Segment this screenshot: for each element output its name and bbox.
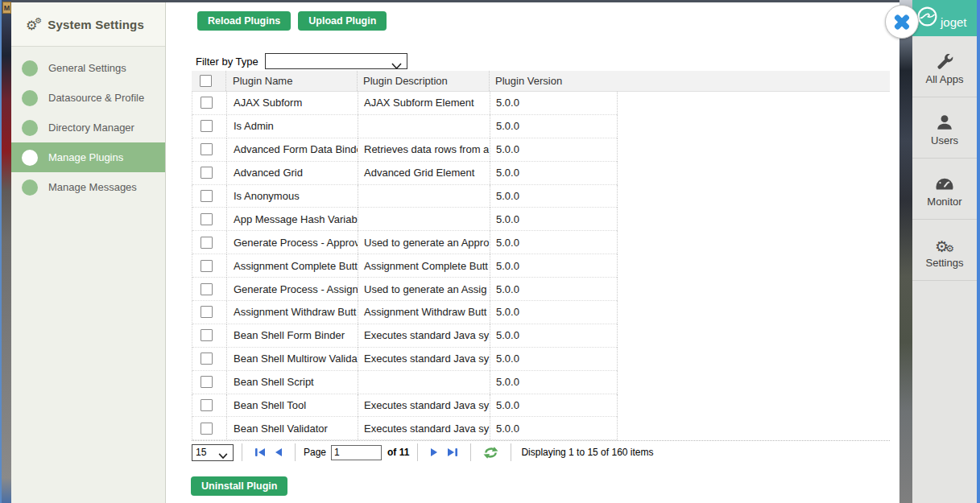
row-checkbox[interactable] (201, 237, 213, 249)
page-total-label: of 11 (387, 447, 409, 458)
page-size-select[interactable]: 15 (192, 444, 234, 461)
filler-cell (617, 115, 890, 138)
filler-cell (617, 348, 890, 371)
sidebar-item-manage-messages[interactable]: Manage Messages (11, 172, 165, 202)
plugin-description-cell: AJAX Subform Element (358, 92, 490, 115)
nav-item-users[interactable]: Users (912, 97, 977, 159)
row-checkbox[interactable] (201, 283, 213, 295)
sidebar-title: System Settings (48, 18, 144, 31)
row-checkbox[interactable] (201, 190, 213, 202)
previous-page-icon[interactable] (274, 447, 283, 457)
row-checkbox-cell (192, 371, 226, 394)
plugin-name-cell: Generate Process - Assign (226, 278, 358, 301)
plugin-name-cell: Advanced Grid (226, 162, 358, 185)
refresh-icon[interactable] (483, 446, 498, 460)
filler-cell (617, 185, 890, 208)
user-icon (935, 109, 954, 132)
plugin-name-cell: Bean Shell Validator (226, 417, 358, 440)
filler-cell (617, 394, 890, 418)
plugin-name-cell: App Message Hash Variab (226, 208, 358, 231)
row-checkbox[interactable] (201, 167, 213, 179)
plugin-version-cell: 5.0.0 (490, 348, 617, 371)
table-body: AJAX SubformAJAX Subform Element5.0.0Is … (192, 92, 890, 440)
row-checkbox-cell (192, 324, 226, 348)
plugin-name-cell: Bean Shell Multirow Valida (226, 348, 358, 371)
row-checkbox-cell (192, 348, 226, 371)
row-checkbox-cell (192, 301, 226, 324)
last-page-icon[interactable] (447, 447, 458, 457)
filter-type-select[interactable] (265, 53, 407, 69)
nav-item-monitor[interactable]: Monitor (912, 159, 977, 220)
sidebar-header: ⚙⚙ System Settings (11, 2, 165, 47)
row-checkbox-cell (192, 138, 226, 162)
row-checkbox-cell (192, 92, 226, 115)
select-all-checkbox[interactable] (200, 75, 212, 87)
next-page-icon[interactable] (430, 447, 439, 457)
reload-plugins-button[interactable]: Reload Plugins (197, 11, 291, 31)
nav-item-label: Monitor (927, 196, 961, 208)
plugin-description-cell: Assignment Withdraw Butt (358, 301, 490, 324)
row-checkbox[interactable] (201, 143, 213, 155)
table-row: Is Anonymous5.0.0 (192, 185, 890, 208)
row-checkbox[interactable] (201, 260, 213, 272)
uninstall-plugin-button[interactable]: Uninstall Plugin (191, 476, 287, 496)
nav-item-settings[interactable]: ⚙⚙Settings (912, 220, 977, 281)
sidebar-item-manage-plugins[interactable]: Manage Plugins (11, 142, 165, 172)
table-row: Assignment Complete ButtAssignment Compl… (192, 254, 890, 278)
row-checkbox[interactable] (201, 213, 213, 225)
pager-separator (295, 443, 296, 461)
column-header-plugin-name[interactable]: Plugin Name (225, 71, 357, 91)
filler-cell (617, 92, 890, 115)
sidebar-item-label: Manage Messages (48, 181, 137, 193)
joget-brand-header[interactable]: joget (912, 0, 977, 36)
plugin-name-cell: Assignment Complete Butt (226, 254, 358, 278)
gears-icon: ⚙⚙ (26, 17, 42, 32)
plugin-description-cell (358, 115, 490, 138)
sidebar-item-general-settings[interactable]: General Settings (11, 53, 165, 83)
nav-item-all-apps[interactable]: All Apps (912, 36, 977, 97)
filter-label: Filter by Type (196, 56, 258, 68)
plugin-version-cell: 5.0.0 (490, 371, 617, 394)
gears-icon: ⚙⚙ (935, 232, 954, 254)
row-checkbox[interactable] (201, 120, 213, 132)
nav-item-label: All Apps (926, 73, 964, 85)
pager-separator (470, 443, 471, 461)
table-row: AJAX SubformAJAX Subform Element5.0.0 (192, 92, 890, 115)
plugin-version-cell: 5.0.0 (490, 115, 617, 138)
row-checkbox[interactable] (201, 329, 213, 341)
sidebar-menu: General SettingsDatasource & ProfileDire… (11, 47, 165, 202)
table-row: App Message Hash Variab5.0.0 (192, 208, 890, 231)
bullet-icon (22, 150, 38, 166)
sidebar-item-datasource-profile[interactable]: Datasource & Profile (11, 83, 165, 113)
table-row: Bean Shell Multirow ValidaExecutes stand… (192, 348, 890, 371)
column-header-plugin-version[interactable]: Plugin Version (489, 71, 616, 91)
row-checkbox-cell (192, 254, 226, 278)
close-button[interactable] (885, 5, 919, 39)
row-checkbox[interactable] (201, 97, 213, 109)
page-number-input[interactable] (331, 445, 382, 460)
plugin-name-cell: Assignment Withdraw Butt (226, 301, 358, 324)
plugin-description-cell: Used to generate an Assig (358, 278, 490, 301)
row-checkbox[interactable] (201, 423, 213, 435)
table-row: Assignment Withdraw ButtAssignment Withd… (192, 301, 890, 324)
row-checkbox[interactable] (201, 306, 213, 318)
joget-logo-icon (916, 6, 938, 31)
plugin-description-cell: Executes standard Java sy (358, 348, 490, 371)
row-checkbox[interactable] (201, 376, 213, 388)
pager-separator (242, 443, 242, 461)
plugin-version-cell: 5.0.0 (490, 324, 617, 348)
plugin-description-cell (358, 185, 490, 208)
plugin-version-cell: 5.0.0 (490, 138, 617, 162)
table-row: Generate Process - ApprovUsed to generat… (192, 231, 890, 254)
row-checkbox[interactable] (201, 353, 213, 365)
first-page-icon[interactable] (254, 447, 266, 457)
sidebar-item-directory-manager[interactable]: Directory Manager (11, 113, 165, 142)
filter-row: Filter by Type (196, 53, 407, 69)
upload-plugin-button[interactable]: Upload Plugin (298, 11, 387, 31)
row-checkbox[interactable] (201, 399, 213, 411)
row-checkbox-cell (192, 208, 226, 231)
plugin-name-cell: Bean Shell Tool (226, 394, 358, 418)
plugin-name-cell: Bean Shell Script (226, 371, 358, 394)
gauge-icon (934, 171, 955, 193)
column-header-plugin-description[interactable]: Plugin Description (357, 71, 489, 91)
